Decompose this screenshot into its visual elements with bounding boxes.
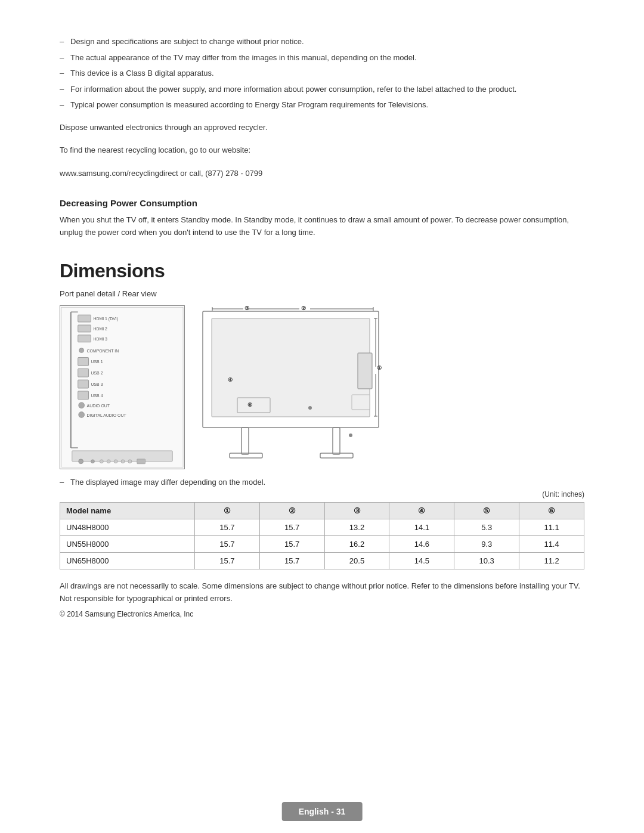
diagram-note: The displayed image may differ depending… [60,478,584,487]
recycle-line1: Dispose unwanted electronics through an … [60,122,584,134]
bullet-item-5: Typical power consumption is measured ac… [60,99,584,111]
svg-rect-32 [137,459,145,464]
cell-model-2: UN65H8000 [60,553,195,569]
cell-1-3: 16.2 [324,536,389,553]
svg-text:DIGITAL AUDIO OUT: DIGITAL AUDIO OUT [87,413,127,417]
cell-2-2: 15.7 [259,553,324,569]
col-header-6: ⑥ [519,503,584,519]
recycle-line2: To find the nearest recycling location, … [60,144,584,157]
svg-rect-35 [242,428,249,454]
svg-rect-6 [78,325,91,332]
cell-2-6: 11.2 [519,553,584,569]
cell-2-4: 14.5 [389,553,454,569]
col-header-2: ② [259,503,324,519]
cell-0-5: 5.3 [454,519,519,536]
col-header-model: Model name [60,503,195,519]
svg-point-26 [91,460,95,463]
svg-text:②: ② [301,305,306,311]
svg-rect-57 [352,395,370,410]
svg-text:COMPONENT IN: COMPONENT IN [87,349,119,353]
port-panel-label: Port panel detail / Rear view [60,289,584,298]
svg-text:HDMI 1 (DVI): HDMI 1 (DVI) [93,317,118,322]
bullet-item-3: This device is a Class B digital apparat… [60,67,584,79]
bullet-list: Design and specifications are subject to… [60,36,584,111]
cell-1-5: 9.3 [454,536,519,553]
cell-0-1: 15.7 [194,519,259,536]
svg-rect-4 [78,315,91,323]
svg-rect-34 [212,318,370,417]
svg-point-22 [79,412,85,418]
svg-text:USB 4: USB 4 [91,394,103,398]
svg-rect-39 [358,353,372,389]
svg-rect-16 [78,380,89,389]
svg-point-27 [100,460,103,463]
cell-1-6: 11.4 [519,536,584,553]
svg-text:USB 3: USB 3 [91,383,103,387]
svg-text:③: ③ [244,305,249,311]
svg-text:④: ④ [228,377,233,383]
cell-1-4: 14.6 [389,536,454,553]
table-row: UN55H8000 15.7 15.7 16.2 14.6 9.3 11.4 [60,536,584,553]
svg-rect-38 [320,453,353,458]
bullet-item-1: Design and specifications are subject to… [60,36,584,48]
cell-0-6: 11.1 [519,519,584,536]
svg-text:⑥: ⑥ [247,402,252,408]
cell-2-3: 20.5 [324,553,389,569]
svg-point-30 [121,460,125,463]
col-header-4: ④ [389,503,454,519]
cell-2-5: 10.3 [454,553,519,569]
dimensions-title: Dimensions [60,260,584,282]
cell-2-1: 15.7 [194,553,259,569]
cell-0-3: 13.2 [324,519,389,536]
svg-point-28 [107,460,110,463]
svg-rect-18 [78,391,89,400]
svg-rect-8 [78,335,91,342]
power-body: When you shut the TV off, it enters Stan… [60,214,584,239]
svg-point-20 [79,402,85,408]
page-content: Design and specifications are subject to… [0,0,644,678]
col-header-5: ⑤ [454,503,519,519]
svg-text:USB 2: USB 2 [91,371,103,376]
col-header-3: ③ [324,503,389,519]
cell-1-1: 15.7 [194,536,259,553]
copyright-text: © 2014 Samsung Electronics America, Inc [60,610,584,618]
svg-point-31 [128,460,132,463]
cell-model-0: UN48H8000 [60,519,195,536]
table-header-row: Model name ① ② ③ ④ ⑤ ⑥ [60,503,584,519]
tv-dimensions-diagram: ③ ② ① ④ ⑥ [197,305,388,469]
bullet-item-2: The actual appearance of the TV may diff… [60,52,584,64]
cell-0-4: 14.1 [389,519,454,536]
svg-point-25 [79,459,83,464]
table-row: UN65H8000 15.7 15.7 20.5 14.5 10.3 11.2 [60,553,584,569]
power-heading: Decreasing Power Consumption [60,198,584,208]
svg-rect-12 [78,358,89,366]
cell-0-2: 15.7 [259,519,324,536]
recycle-line3: www.samsung.com/recyclingdirect or call,… [60,168,584,180]
svg-point-55 [308,406,312,410]
page-footer: English - 31 [282,802,363,821]
port-panel-diagram: HDMI 1 (DVI) HDMI 2 HDMI 3 COMPONENT IN … [60,305,185,469]
svg-text:①: ① [377,365,382,371]
svg-point-10 [79,348,84,353]
diagrams-wrapper: HDMI 1 (DVI) HDMI 2 HDMI 3 COMPONENT IN … [60,305,584,469]
svg-text:HDMI 2: HDMI 2 [93,327,107,331]
svg-rect-36 [333,428,340,454]
svg-point-29 [114,460,117,463]
unit-label: (Unit: inches) [60,490,584,498]
svg-point-56 [349,433,352,437]
svg-text:USB 1: USB 1 [91,360,103,364]
page-footer-label: English - 31 [299,807,346,816]
footer-note: All drawings are not necessarily to scal… [60,580,584,605]
svg-rect-37 [230,453,262,458]
cell-model-1: UN55H8000 [60,536,195,553]
svg-text:AUDIO OUT: AUDIO OUT [87,404,110,408]
table-row: UN48H8000 15.7 15.7 13.2 14.1 5.3 11.1 [60,519,584,536]
svg-rect-14 [78,369,89,377]
col-header-1: ① [194,503,259,519]
bullet-item-4: For information about the power supply, … [60,83,584,95]
dimensions-table: Model name ① ② ③ ④ ⑤ ⑥ UN48H8000 15.7 15… [60,502,584,569]
cell-1-2: 15.7 [259,536,324,553]
svg-text:HDMI 3: HDMI 3 [93,337,107,341]
